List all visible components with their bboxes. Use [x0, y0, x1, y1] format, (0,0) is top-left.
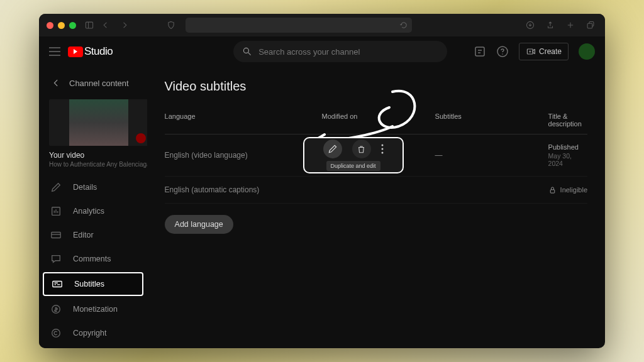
svg-point-7: [502, 53, 503, 55]
svg-point-18: [381, 148, 383, 150]
menu-icon[interactable]: [49, 47, 60, 56]
lock-icon: [548, 186, 557, 194]
shorts-badge-icon: [136, 133, 146, 143]
app-topbar: Studio Create: [39, 36, 605, 67]
comments-icon: [50, 253, 62, 265]
main-content: Video subtitles Language Modified on Sub…: [147, 67, 605, 348]
back-icon[interactable]: [101, 21, 110, 30]
status-ineligible: Ineligible: [560, 186, 587, 194]
page-title: Video subtitles: [165, 79, 587, 94]
sidebar-item-subtitles[interactable]: Subtitles: [43, 272, 143, 296]
cell-title-desc: Published May 30, 2024: [548, 143, 587, 167]
back-to-channel[interactable]: Channel content: [39, 72, 147, 94]
video-thumbnail[interactable]: [49, 99, 147, 146]
logo[interactable]: Studio: [68, 45, 113, 58]
create-icon: [526, 47, 536, 57]
search-input[interactable]: [258, 47, 438, 57]
search-icon: [242, 47, 252, 57]
analytics-icon: [50, 206, 62, 217]
close-window[interactable]: [47, 22, 53, 29]
url-bar[interactable]: [186, 18, 412, 33]
help-icon[interactable]: [496, 45, 509, 58]
search-bar[interactable]: [233, 41, 447, 62]
duplicate-edit-button[interactable]: [323, 140, 342, 158]
sidebar-item-details[interactable]: Details: [39, 175, 147, 199]
svg-rect-5: [475, 47, 484, 56]
sidebar-item-analytics[interactable]: Analytics: [39, 199, 147, 223]
browser-window: Studio Create Channel content: [39, 14, 605, 348]
svg-rect-3: [587, 23, 592, 28]
sidebar: Channel content Your video How to Authen…: [39, 67, 147, 348]
add-language-button[interactable]: Add language: [165, 215, 233, 234]
new-tab-icon[interactable]: [566, 21, 575, 30]
sidebar-toggle-icon[interactable]: [85, 21, 94, 30]
shield-icon[interactable]: [167, 21, 175, 30]
reload-icon[interactable]: [399, 21, 408, 30]
nav-label: Analytics: [73, 207, 104, 216]
header-language: Language: [165, 112, 322, 128]
avatar[interactable]: [579, 43, 595, 60]
nav-label: Editor: [73, 231, 94, 239]
nav-label: Monetization: [73, 305, 118, 314]
logo-text: Studio: [84, 45, 113, 58]
sidebar-item-copyright[interactable]: Copyright: [39, 321, 147, 345]
forward-icon[interactable]: [120, 21, 129, 30]
svg-rect-11: [53, 282, 62, 287]
more-icon[interactable]: [381, 144, 384, 154]
sidebar-item-editor[interactable]: Editor: [39, 223, 147, 247]
nav-label: Comments: [73, 255, 111, 263]
header-subtitles: Subtitles: [435, 112, 548, 128]
svg-rect-0: [86, 22, 92, 28]
nav-label: Details: [73, 183, 97, 192]
svg-rect-10: [52, 233, 60, 238]
svg-rect-16: [550, 189, 555, 192]
dollar-icon: [50, 304, 62, 315]
delete-button[interactable]: [352, 140, 371, 158]
pencil-icon: [328, 144, 338, 154]
youtube-icon: [68, 47, 83, 57]
sidebar-item-monetization[interactable]: Monetization: [39, 297, 147, 321]
subtitles-icon: [52, 278, 63, 290]
window-controls: [47, 22, 76, 29]
svg-point-17: [381, 145, 383, 146]
titlebar: [39, 14, 605, 36]
share-icon[interactable]: [546, 21, 555, 30]
sidebar-item-comments[interactable]: Comments: [39, 247, 147, 271]
cell-language: English (video language): [165, 151, 322, 160]
action-callout: Duplicate and edit: [303, 137, 404, 173]
cell-subtitles: —: [435, 151, 548, 160]
table-row[interactable]: English (automatic captions) Ineligible: [165, 177, 587, 204]
editor-icon: [50, 229, 62, 241]
download-icon[interactable]: [526, 21, 535, 30]
arrow-left-icon: [50, 78, 60, 88]
status-published: Published: [548, 143, 587, 151]
cell-language: English (automatic captions): [165, 185, 322, 194]
create-label: Create: [539, 47, 562, 56]
header-modified: Modified on: [322, 112, 435, 128]
nav-label: Subtitles: [74, 280, 104, 288]
updates-icon[interactable]: [474, 45, 486, 58]
cell-title-desc: Ineligible: [548, 186, 587, 194]
minimize-window[interactable]: [58, 22, 65, 29]
svg-point-13: [52, 329, 60, 337]
pencil-icon: [50, 182, 62, 193]
trash-icon: [357, 145, 366, 154]
back-label: Channel content: [69, 79, 129, 88]
copyright-icon: [50, 327, 62, 339]
status-date: May 30, 2024: [548, 152, 587, 167]
svg-point-4: [244, 48, 249, 53]
nav-label: Copyright: [73, 329, 107, 337]
tooltip: Duplicate and edit: [326, 161, 380, 171]
table-header: Language Modified on Subtitles Title & d…: [165, 106, 587, 134]
header-title-desc: Title & description: [548, 112, 587, 128]
video-heading: Your video: [39, 151, 147, 160]
tabs-icon[interactable]: [586, 21, 595, 30]
video-title: How to Authenticate Any Balenciaga...: [39, 160, 147, 175]
maximize-window[interactable]: [69, 22, 76, 29]
create-button[interactable]: Create: [519, 43, 569, 60]
svg-point-19: [381, 152, 383, 154]
